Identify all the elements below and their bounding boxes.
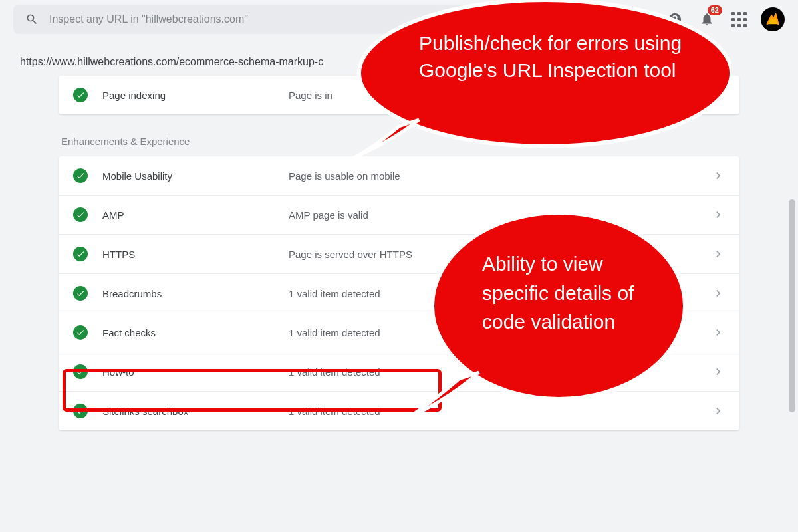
row-label: Sitelinks searchbox <box>102 406 289 417</box>
help-icon[interactable] <box>665 9 685 29</box>
apps-icon[interactable] <box>729 9 749 29</box>
row-status: Page is served over HTTPS <box>289 249 712 260</box>
topbar: Inspect any URL in "hillwebcreations.com… <box>0 0 798 39</box>
search-input[interactable]: Inspect any URL in "hillwebcreations.com… <box>13 5 612 34</box>
indexing-card: Page indexing Page is in <box>59 76 739 114</box>
search-placeholder: Inspect any URL in "hillwebcreations.com… <box>49 13 248 25</box>
check-icon <box>73 88 88 102</box>
row-label: Fact checks <box>102 327 289 338</box>
check-icon <box>73 404 88 418</box>
chevron-right-icon <box>712 169 725 182</box>
chevron-right-icon <box>712 208 725 221</box>
inspected-url: https://www.hillwebcreations.com/ecommer… <box>0 39 798 76</box>
row-label: AMP <box>102 209 289 221</box>
row-status: 1 valid item detected <box>289 366 712 378</box>
check-icon <box>73 207 88 222</box>
main-content: Page indexing Page is in Enhancements & … <box>0 76 798 430</box>
row-https[interactable]: HTTPS Page is served over HTTPS <box>59 234 739 273</box>
row-label: Mobile Usability <box>102 170 289 182</box>
top-icons: 62 <box>665 7 785 31</box>
chevron-right-icon <box>712 287 725 300</box>
row-how-to[interactable]: How-to 1 valid item detected <box>59 352 739 391</box>
search-icon <box>25 13 39 26</box>
chevron-right-icon <box>712 326 725 339</box>
row-label: HTTPS <box>102 249 289 260</box>
row-label: How-to <box>102 366 289 378</box>
row-amp[interactable]: AMP AMP page is valid <box>59 195 739 234</box>
avatar[interactable] <box>761 7 785 31</box>
row-status: 1 valid item detected <box>289 406 712 417</box>
scrollbar[interactable] <box>789 200 795 412</box>
indexing-label: Page indexing <box>102 90 289 101</box>
check-icon <box>73 247 88 261</box>
chevron-right-icon <box>712 247 725 261</box>
check-icon <box>73 364 88 379</box>
check-icon <box>73 286 88 301</box>
row-fact-checks[interactable]: Fact checks 1 valid item detected <box>59 313 739 352</box>
enhancements-card: Mobile Usability Page is usable on mobil… <box>59 156 739 430</box>
check-icon <box>73 168 88 183</box>
notifications-icon[interactable]: 62 <box>697 9 717 29</box>
row-status: 1 valid item detected <box>289 288 712 299</box>
notification-badge: 62 <box>708 5 722 15</box>
row-status: AMP page is valid <box>289 209 712 221</box>
row-mobile-usability[interactable]: Mobile Usability Page is usable on mobil… <box>59 156 739 195</box>
row-breadcrumbs[interactable]: Breadcrumbs 1 valid item detected <box>59 273 739 313</box>
row-status: Page is usable on mobile <box>289 170 712 182</box>
section-title: Enhancements & Experience <box>59 129 739 156</box>
check-icon <box>73 325 88 340</box>
row-sitelinks-searchbox[interactable]: Sitelinks searchbox 1 valid item detecte… <box>59 391 739 430</box>
chevron-right-icon <box>712 365 725 378</box>
indexing-status: Page is in <box>289 90 725 101</box>
row-status: 1 valid item detected <box>289 327 712 338</box>
indexing-row[interactable]: Page indexing Page is in <box>59 76 739 114</box>
row-label: Breadcrumbs <box>102 288 289 299</box>
chevron-right-icon <box>712 404 725 418</box>
